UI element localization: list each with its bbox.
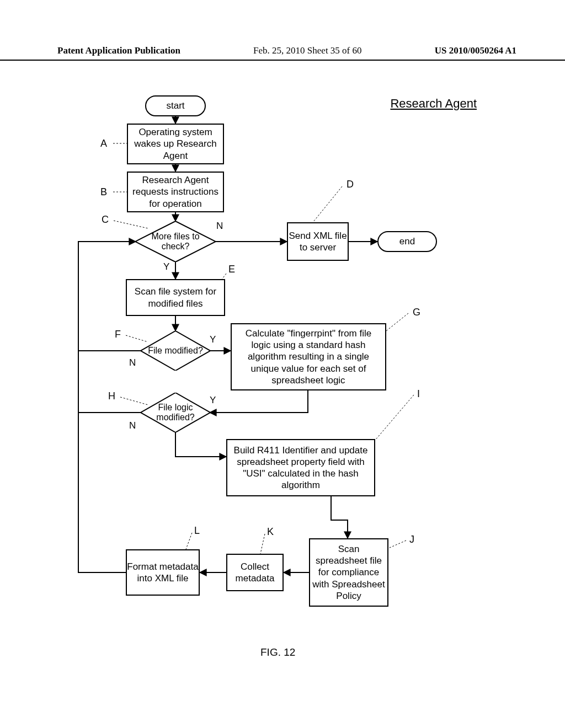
terminator-end: end bbox=[377, 231, 437, 252]
process-G: Calculate "fingerrpint" from file logic … bbox=[231, 323, 386, 390]
svg-line-13 bbox=[313, 186, 342, 222]
process-E: Scan file system for modified files bbox=[126, 279, 225, 316]
svg-line-19 bbox=[388, 540, 406, 548]
terminator-start: start bbox=[145, 95, 206, 116]
F-text: File modified? bbox=[148, 346, 203, 356]
decision-H: File logic modified? bbox=[141, 393, 210, 432]
end-text: end bbox=[399, 235, 415, 247]
label-F: F bbox=[115, 329, 121, 340]
label-K: K bbox=[267, 526, 274, 538]
yn-C-N: N bbox=[216, 221, 223, 232]
patent-header: Patent Application Publication Feb. 25, … bbox=[0, 45, 565, 61]
header-left: Patent Application Publication bbox=[57, 45, 180, 56]
label-D: D bbox=[347, 179, 354, 190]
E-text: Scan file system for modified files bbox=[127, 286, 224, 309]
label-J: J bbox=[409, 534, 414, 545]
D-text: Send XML file to server bbox=[288, 230, 348, 254]
L-text: Format metadata into XML file bbox=[127, 561, 199, 585]
header-right: US 2010/0050264 A1 bbox=[435, 45, 516, 56]
label-E: E bbox=[228, 264, 235, 275]
process-A: Operating system wakes up Research Agent bbox=[127, 124, 224, 164]
label-B: B bbox=[100, 186, 107, 198]
decision-F: File modified? bbox=[141, 331, 210, 371]
label-C: C bbox=[102, 214, 109, 226]
process-K: Collect metadata bbox=[226, 554, 284, 591]
header-center: Feb. 25, 2010 Sheet 35 of 60 bbox=[253, 45, 361, 56]
H-text: File logic modified? bbox=[145, 403, 206, 423]
label-L: L bbox=[194, 525, 200, 537]
label-I: I bbox=[417, 388, 420, 400]
process-J: Scan spreadsheet file for compliance wit… bbox=[309, 538, 388, 607]
yn-C-Y: Y bbox=[163, 261, 169, 272]
yn-F-N: N bbox=[129, 357, 136, 368]
yn-H-Y: Y bbox=[210, 395, 216, 406]
process-B: Research Agent requests instructions for… bbox=[127, 172, 224, 212]
label-H: H bbox=[108, 390, 115, 402]
I-text: Build R411 Identifier and update spreads… bbox=[231, 445, 371, 491]
process-L: Format metadata into XML file bbox=[126, 549, 200, 596]
process-I: Build R411 Identifier and update spreads… bbox=[226, 439, 375, 496]
figure-label: FIG. 12 bbox=[260, 646, 295, 659]
svg-line-20 bbox=[260, 534, 265, 554]
flowchart: start Operating system wakes up Research… bbox=[55, 93, 508, 655]
yn-F-Y: Y bbox=[210, 334, 216, 345]
K-text: Collect metadata bbox=[227, 561, 282, 585]
J-text: Scan spreadsheet file for compliance wit… bbox=[312, 543, 385, 602]
B-text: Research Agent requests instructions for… bbox=[128, 174, 223, 210]
yn-H-N: N bbox=[129, 420, 136, 431]
label-G: G bbox=[413, 307, 420, 318]
A-text: Operating system wakes up Research Agent bbox=[128, 126, 223, 162]
G-text: Calculate "fingerrpint" from file logic … bbox=[235, 328, 382, 386]
svg-line-16 bbox=[386, 313, 408, 331]
label-A: A bbox=[100, 138, 107, 149]
process-D: Send XML file to server bbox=[287, 222, 349, 261]
C-text: More files to check? bbox=[140, 232, 211, 252]
start-text: start bbox=[166, 100, 184, 111]
svg-line-18 bbox=[375, 395, 414, 440]
decision-C: More files to check? bbox=[135, 221, 216, 262]
